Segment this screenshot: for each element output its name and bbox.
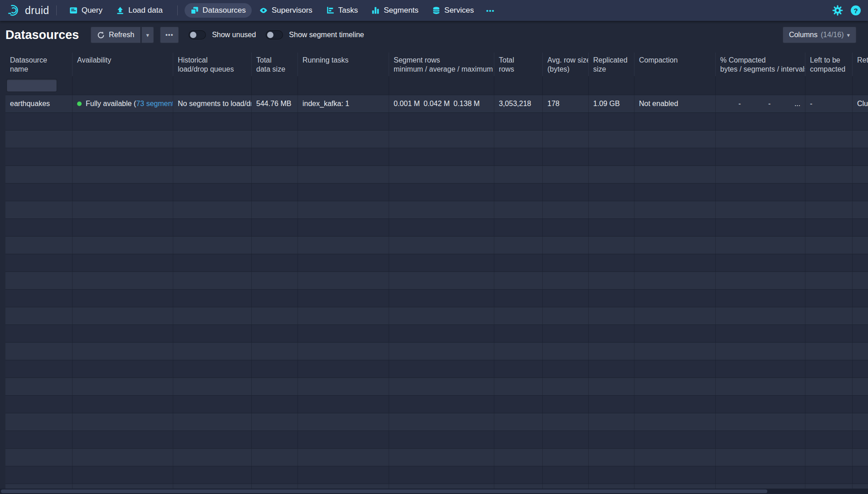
help-icon[interactable]: ? — [851, 5, 861, 15]
segments-count-link[interactable]: 73 segments — [136, 100, 173, 108]
column-header-retention[interactable]: Retention — [853, 53, 868, 76]
empty-row — [5, 131, 868, 148]
empty-row — [5, 378, 868, 396]
columns-dropdown-button[interactable]: Columns (14/16) ▾ — [783, 27, 856, 43]
columns-label: Columns — [789, 31, 818, 39]
column-header-availability[interactable]: Availability — [73, 53, 173, 76]
nav-divider — [177, 5, 178, 15]
empty-row — [5, 325, 868, 343]
cell-left-to-be-compacted: - — [805, 95, 853, 112]
tasks-gantt-icon — [326, 6, 334, 15]
datasources-icon — [190, 6, 199, 15]
empty-row — [5, 466, 868, 484]
empty-row — [5, 237, 868, 254]
nav-divider — [56, 5, 57, 15]
nav-item-label: Load data — [128, 6, 163, 15]
datasources-toolbar: Datasources Refresh ▾ ••• Show unused Sh… — [0, 21, 868, 49]
cell-avg-row-size: 178 — [543, 95, 589, 112]
column-header-left-to-be-compacted[interactable]: Left to becompacted — [805, 53, 853, 76]
load-data-icon — [116, 6, 124, 15]
empty-row — [5, 343, 868, 360]
show-segment-timeline-label: Show segment timeline — [289, 31, 364, 39]
druid-logo[interactable]: druid — [7, 4, 49, 17]
column-header-datasource-name[interactable]: Datasourcename — [5, 53, 73, 76]
toggle-knob — [190, 32, 196, 38]
column-header-historical-queues[interactable]: Historicalload/drop queues — [173, 53, 252, 76]
table-body: earthquakes Fully available (73 segments… — [5, 95, 868, 494]
chevron-down-icon: ▾ — [146, 32, 149, 39]
nav-item-datasources[interactable]: Datasources — [185, 3, 252, 18]
services-database-icon — [432, 6, 440, 15]
nav-item-label: Tasks — [338, 6, 358, 15]
empty-row — [5, 219, 868, 237]
datasource-name-filter-input[interactable] — [7, 79, 57, 92]
nav-item-supervisors[interactable]: Supervisors — [254, 3, 318, 18]
column-header-segment-rows[interactable]: Segment rowsminimum / average / maximum — [389, 53, 494, 76]
show-segment-timeline-toggle[interactable] — [266, 30, 283, 39]
nav-item-tasks[interactable]: Tasks — [320, 3, 364, 18]
cell-pct-compacted: - - ... — [716, 95, 805, 112]
nav-item-query[interactable]: Query — [63, 3, 108, 18]
cell-total-rows: 3,053,218 — [494, 95, 543, 112]
nav-item-label: Datasources — [203, 6, 246, 15]
refresh-button[interactable]: Refresh — [91, 27, 141, 43]
nav-item-label: Query — [82, 6, 102, 15]
show-unused-toggle-wrap: Show unused — [189, 30, 256, 39]
brand-name: druid — [25, 5, 49, 17]
supervisors-eye-icon — [259, 6, 268, 15]
chevron-down-icon: ▾ — [847, 32, 850, 39]
empty-row — [5, 290, 868, 307]
columns-count: (14/16) — [821, 31, 844, 39]
cell-load-drop-queues: No segments to load/drop — [173, 95, 252, 112]
nav-item-services[interactable]: Services — [426, 3, 480, 18]
empty-row — [5, 307, 868, 325]
empty-row — [5, 184, 868, 201]
empty-row — [5, 431, 868, 449]
horizontal-scrollbar-thumb[interactable] — [1, 489, 767, 493]
more-actions-button[interactable]: ••• — [160, 27, 179, 43]
column-header-total-data-size[interactable]: Totaldata size — [252, 53, 298, 76]
settings-gear-icon[interactable] — [832, 5, 843, 16]
nav-item-segments[interactable]: Segments — [366, 3, 424, 18]
cell-total-data-size: 544.76 MB — [252, 95, 298, 112]
top-navbar: druid Query Load data Da — [0, 0, 868, 21]
cell-datasource-name: earthquakes — [5, 95, 73, 112]
available-status-dot-icon — [77, 102, 82, 106]
druid-logo-icon — [7, 4, 21, 17]
empty-row — [5, 396, 868, 413]
nav-more-button[interactable]: ••• — [482, 4, 499, 17]
cell-compaction: Not enabled — [634, 95, 716, 112]
nav-item-label: Services — [444, 6, 474, 15]
column-header-avg-row-size[interactable]: Avg. row size(bytes) — [543, 53, 589, 76]
show-segment-timeline-toggle-wrap: Show segment timeline — [266, 30, 364, 39]
page-title: Datasources — [5, 28, 79, 42]
datasource-row-earthquakes[interactable]: earthquakes Fully available (73 segments… — [5, 95, 868, 113]
cell-retention: Cluster default — [853, 95, 868, 112]
column-header-replicated-size[interactable]: Replicatedsize — [589, 53, 634, 76]
empty-row — [5, 449, 868, 466]
cell-running-tasks: index_kafka: 1 — [298, 95, 389, 112]
nav-item-label: Supervisors — [272, 6, 312, 15]
column-header-compaction[interactable]: Compaction — [634, 53, 716, 76]
show-unused-label: Show unused — [212, 31, 256, 39]
empty-row — [5, 413, 868, 431]
column-header-pct-compacted[interactable]: % Compactedbytes / segments / intervals — [716, 53, 805, 76]
empty-row — [5, 360, 868, 378]
toggle-knob — [267, 32, 273, 38]
show-unused-toggle[interactable] — [189, 30, 206, 39]
refresh-icon — [97, 31, 105, 39]
segments-chart-icon — [371, 6, 380, 15]
refresh-button-group: Refresh ▾ — [91, 27, 154, 43]
empty-row — [5, 254, 868, 272]
nav-item-label: Segments — [384, 6, 419, 15]
empty-row — [5, 272, 868, 290]
refresh-label: Refresh — [109, 31, 134, 39]
datasources-table: Datasourcename Availability Historicallo… — [5, 53, 868, 494]
empty-row — [5, 201, 868, 219]
column-header-running-tasks[interactable]: Running tasks — [298, 53, 389, 76]
refresh-interval-dropdown-button[interactable]: ▾ — [141, 27, 154, 43]
horizontal-scrollbar-track[interactable] — [0, 489, 868, 494]
column-header-total-rows[interactable]: Totalrows — [494, 53, 543, 76]
nav-item-load-data[interactable]: Load data — [110, 3, 169, 18]
table-header-row: Datasourcename Availability Historicallo… — [5, 53, 868, 76]
